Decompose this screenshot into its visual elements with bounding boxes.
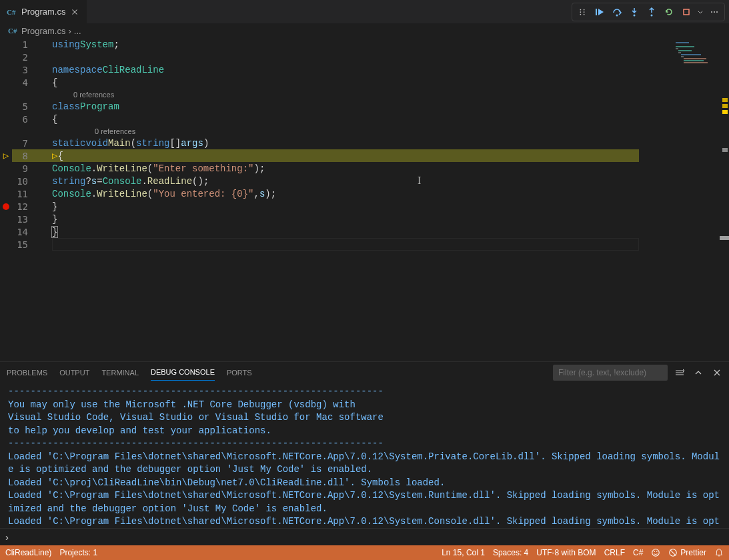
svg-point-14 — [716, 11, 718, 13]
line-number: 14 — [12, 227, 40, 237]
line-number: 5 — [12, 101, 40, 112]
line-number: 3 — [12, 65, 40, 75]
prompt-chevron-icon: › — [5, 531, 9, 543]
panel-tab-bar: PROBLEMS OUTPUT TERMINAL DEBUG CONSOLE P… — [0, 362, 729, 383]
status-projects[interactable]: Projects: 1 — [59, 548, 97, 557]
svg-point-16 — [652, 549, 660, 557]
line-number: 15 — [12, 239, 40, 250]
status-debug-target[interactable]: CliReadLine) — [5, 548, 51, 557]
svg-rect-7 — [596, 9, 597, 15]
annotation-marker — [722, 104, 728, 108]
step-over-icon[interactable] — [610, 5, 624, 19]
annotation-marker — [722, 98, 728, 102]
line-number: 10 — [12, 176, 40, 187]
tab-terminal[interactable]: TERMINAL — [101, 365, 139, 381]
tab-output[interactable]: OUTPUT — [59, 365, 89, 381]
status-feedback-icon[interactable] — [651, 548, 660, 557]
svg-text:C#: C# — [8, 27, 17, 35]
execution-pointer-inline-icon: ▷ — [52, 150, 57, 161]
tab-ports[interactable]: PORTS — [227, 365, 252, 381]
line-number: 12 — [12, 201, 40, 212]
svg-point-8 — [616, 15, 618, 17]
breadcrumb[interactable]: C# Program.cs › ... — [0, 23, 729, 38]
editor[interactable]: ▷ 1 2 3 4 5 6 7 8 9 10 11 12 13 14 15 us… — [0, 38, 729, 361]
codelens[interactable]: 0 references — [52, 125, 640, 137]
csharp-file-icon: C# — [7, 7, 17, 17]
svg-point-13 — [714, 11, 715, 13]
debug-console-body[interactable]: ----------------------------------------… — [0, 383, 729, 528]
status-bar: CliReadLine) Projects: 1 Ln 15, Col 1 Sp… — [0, 545, 729, 560]
line-number: 1 — [12, 39, 40, 50]
status-ln-col[interactable]: Ln 15, Col 1 — [442, 548, 485, 557]
console-line: You may only use the Microsoft .NET Core… — [8, 399, 721, 412]
console-line: ----------------------------------------… — [8, 437, 721, 451]
svg-point-5 — [580, 14, 582, 15]
tab-problems[interactable]: PROBLEMS — [7, 365, 47, 381]
maximize-panel-icon[interactable] — [692, 366, 705, 379]
console-line: Loaded 'C:\proj\CliReadLine\bin\Debug\ne… — [8, 477, 721, 490]
tab-program-cs[interactable]: C# Program.cs — [0, 0, 87, 23]
breadcrumb-file: Program.cs — [21, 26, 65, 36]
line-number: 13 — [12, 214, 40, 225]
status-prettier[interactable]: Prettier — [668, 548, 706, 557]
svg-point-2 — [584, 9, 585, 11]
close-panel-icon[interactable] — [710, 366, 724, 379]
annotation-marker — [720, 236, 729, 240]
debug-toolbar — [572, 3, 725, 21]
console-line: ----------------------------------------… — [8, 385, 721, 399]
status-spaces[interactable]: Spaces: 4 — [493, 548, 528, 557]
line-number: 11 — [12, 189, 40, 199]
annotation-marker — [722, 110, 728, 114]
line-number: 9 — [12, 163, 40, 174]
console-line: Loaded 'C:\Program Files\dotnet\shared\M… — [8, 489, 721, 515]
console-line: Loaded 'C:\Program Files\dotnet\shared\M… — [8, 515, 721, 528]
filter-input[interactable] — [553, 365, 668, 381]
cursor — [52, 239, 53, 250]
clear-console-icon[interactable] — [673, 366, 686, 379]
tab-debug-console[interactable]: DEBUG CONSOLE — [151, 364, 215, 381]
tab-label: Program.cs — [21, 7, 65, 17]
execution-pointer-icon: ▷ — [3, 150, 9, 161]
svg-text:C#: C# — [7, 8, 16, 16]
svg-point-3 — [580, 11, 582, 13]
close-icon[interactable] — [69, 7, 80, 17]
svg-point-17 — [654, 551, 655, 552]
svg-rect-11 — [684, 9, 689, 15]
glyph-margin[interactable]: ▷ — [0, 38, 12, 361]
drag-handle-icon[interactable] — [575, 5, 590, 19]
overview-ruler[interactable] — [720, 38, 729, 361]
svg-point-1 — [580, 9, 582, 11]
status-eol[interactable]: CRLF — [604, 548, 625, 557]
breadcrumb-trail: ... — [74, 26, 81, 36]
debug-console-input[interactable]: › — [0, 528, 729, 545]
continue-icon[interactable] — [592, 5, 607, 19]
svg-point-6 — [584, 14, 585, 15]
svg-point-9 — [634, 15, 636, 17]
minimap-preview — [676, 42, 709, 62]
text-cursor: I — [418, 175, 421, 187]
line-number-gutter[interactable]: 1 2 3 4 5 6 7 8 9 10 11 12 13 14 15 — [12, 38, 52, 361]
line-number: 7 — [12, 138, 40, 149]
minimap[interactable] — [640, 38, 720, 361]
status-language[interactable]: C# — [633, 548, 643, 557]
status-notifications-icon[interactable] — [714, 548, 724, 557]
panel: PROBLEMS OUTPUT TERMINAL DEBUG CONSOLE P… — [0, 361, 729, 545]
console-line: Visual Studio Code, Visual Studio or Vis… — [8, 411, 721, 425]
line-number: 4 — [12, 77, 40, 88]
line-number: 8 — [12, 151, 40, 161]
codelens[interactable]: 0 references — [52, 89, 640, 100]
step-out-icon[interactable] — [644, 5, 659, 19]
line-number: 6 — [12, 114, 40, 125]
code-area[interactable]: using System; namespace CliReadLine { 0 … — [52, 38, 640, 361]
console-line: Loaded 'C:\Program Files\dotnet\shared\M… — [8, 451, 721, 477]
restart-icon[interactable] — [662, 5, 676, 19]
csharp-file-icon: C# — [8, 25, 19, 36]
svg-point-10 — [651, 15, 653, 17]
chevron-down-icon[interactable] — [696, 5, 704, 19]
more-icon[interactable] — [707, 5, 722, 19]
breakpoint-icon[interactable] — [3, 203, 9, 210]
annotation-marker — [722, 148, 728, 152]
status-encoding[interactable]: UTF-8 with BOM — [536, 548, 596, 557]
stop-icon[interactable] — [679, 5, 694, 19]
step-into-icon[interactable] — [627, 5, 642, 19]
